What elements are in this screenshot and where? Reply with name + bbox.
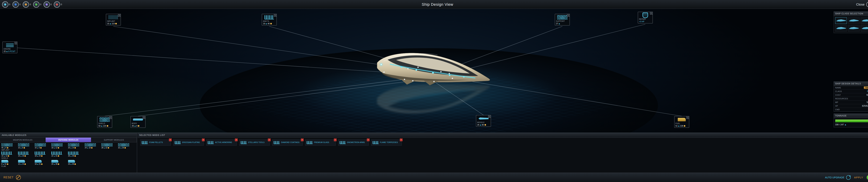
selected-mod-item[interactable]: ACTIVE ARMORING ✕ — [206, 139, 237, 146]
module-cell[interactable]: 810 — [1, 160, 17, 165]
close-icon[interactable]: ✕ — [866, 2, 868, 7]
ship-class-thumb[interactable] — [835, 17, 847, 24]
ship-silhouette-icon — [836, 26, 846, 30]
remove-mod-icon[interactable]: ✕ — [268, 139, 271, 141]
detail-row-cmd: CMD 3 — [834, 108, 868, 111]
module-cell[interactable]: 2014 — [68, 143, 83, 149]
ship-class-thumb[interactable] — [835, 25, 847, 32]
module-cell[interactable]: 159 — [35, 143, 50, 149]
remove-mod-icon[interactable]: ✕ — [235, 139, 238, 141]
remove-mod-icon[interactable]: ✕ — [301, 139, 304, 141]
module-slot-body[interactable]: i BODY 25 0 — [130, 116, 146, 128]
tab-weapon-modules[interactable]: WEAPON MODULES — [0, 138, 45, 142]
tab-defense-modules[interactable]: DEFENSE MODULES — [45, 138, 91, 142]
slot-label: SHIELD — [98, 122, 111, 124]
slot-info-icon[interactable]: i — [14, 42, 18, 44]
module-slot-engine[interactable]: i ENGINE 22 9 PCS/T — [2, 42, 18, 53]
module-slot-fuel[interactable]: i FUEL 51 128 — [674, 116, 689, 128]
module-slot-implant[interactable]: i IMPLANT 15 119 — [106, 14, 121, 26]
module-cell[interactable]: 3226 — [118, 143, 133, 149]
mod-icon — [175, 141, 181, 144]
reset-button[interactable]: RESET — [3, 175, 21, 180]
ship-class-thumb[interactable] — [861, 25, 868, 32]
detail-row-name: NAME TINK 2 — [834, 86, 868, 89]
module-cell[interactable]: 1621 — [35, 160, 50, 165]
resource-fleet[interactable]: 0 — [43, 1, 52, 8]
ship-class-thumb[interactable] — [861, 17, 868, 24]
module-cell[interactable]: 1824 — [35, 151, 50, 157]
remove-mod-icon[interactable]: ✕ — [400, 139, 403, 141]
support-module-icon — [557, 15, 567, 20]
resource-exploration[interactable]: 0 — [33, 1, 41, 8]
selected-mod-item[interactable]: GNOMOTRON ARMS ✕ — [338, 139, 369, 146]
module-slot-ankts[interactable]: i ANKTS 19 40 — [262, 14, 277, 26]
confirm-check-icon[interactable]: ✓ — [867, 175, 868, 180]
remove-mod-icon[interactable]: ✕ — [367, 139, 370, 141]
ship-class-thumb[interactable] — [848, 25, 860, 32]
available-modules-header: AVAILABLE MODULES — [0, 133, 137, 138]
slot-info-icon[interactable]: i — [686, 116, 689, 119]
close-button[interactable]: Close ✕ — [856, 0, 868, 9]
module-cell[interactable]: 2231 — [51, 151, 67, 157]
resource-count: 0 — [9, 3, 10, 6]
auto-upgrade-button[interactable]: AUTO UPGRADE — [825, 175, 850, 180]
selected-mod-item[interactable]: ERGOSIAN PLATING ✕ — [173, 139, 204, 146]
module-cell[interactable]: 2639 — [68, 151, 83, 157]
module-icon — [68, 151, 79, 155]
module-group-label: IMPLANT — [1, 149, 135, 151]
remove-mod-icon[interactable]: ✕ — [169, 139, 172, 141]
slot-info-icon[interactable]: i — [274, 14, 277, 16]
module-cell[interactable]: 2436 — [68, 160, 83, 165]
slot-info-icon[interactable]: i — [488, 115, 491, 118]
module-slot-shield[interactable]: i SHIELD 50 120 — [97, 116, 112, 128]
fuel-module-icon — [678, 118, 686, 121]
slot-info-icon[interactable]: i — [143, 116, 146, 119]
mod-name: ERGOSIAN PLATING — [182, 141, 200, 144]
slot-label: MISSILE — [477, 121, 490, 123]
tab-support-modules[interactable]: SUPPORT MODULES — [91, 138, 137, 142]
selected-mod-item[interactable]: DIAMOND COATINGS ✕ — [272, 139, 303, 146]
module-icon — [35, 151, 45, 155]
module-cell[interactable]: 2822 — [101, 143, 117, 149]
selected-mod-item[interactable]: STELLARIS TOOLS ✕ — [239, 139, 270, 146]
resource-race[interactable]: 0 — [2, 1, 10, 8]
slot-info-icon[interactable]: i — [118, 14, 121, 16]
ship-name-field[interactable]: TINK 2 — [864, 86, 868, 89]
module-cell[interactable]: 456 — [1, 143, 17, 149]
module-slot-repair[interactable]: i REPAIR +0 HP — [638, 12, 653, 24]
slot-stats: 15 119 — [107, 23, 120, 25]
selected-mod-item[interactable]: FLAME TORPEDOES ✕ — [371, 139, 402, 146]
module-cell[interactable]: 1215 — [18, 160, 33, 165]
apply-button[interactable]: APPLY — [854, 176, 863, 179]
module-cell[interactable]: 2418 — [85, 143, 100, 149]
slot-info-icon[interactable]: i — [110, 116, 112, 119]
resource-science[interactable]: 0 — [23, 1, 31, 8]
slot-info-icon[interactable]: i — [567, 14, 570, 16]
detail-row-hp: HP 825/825 — [834, 104, 868, 108]
module-cell[interactable]: 1418 — [18, 151, 33, 157]
module-cell[interactable]: 1812 — [51, 143, 67, 149]
remove-mod-icon[interactable]: ✕ — [202, 139, 205, 141]
module-icon — [85, 143, 96, 146]
selected-mod-item[interactable]: FOAM PELLETS ✕ — [140, 139, 171, 146]
module-icon — [1, 151, 12, 155]
cost-icon — [138, 125, 140, 127]
tonnage-bar — [835, 119, 868, 122]
ship-class-thumb[interactable] — [848, 17, 860, 24]
refresh-icon — [846, 175, 850, 180]
slot-info-icon[interactable]: i — [650, 12, 653, 14]
module-cell[interactable]: 1013 — [1, 151, 17, 157]
mod-icon — [373, 141, 379, 144]
module-slot-missile[interactable]: i MISSILE 25 80 — [476, 115, 491, 127]
module-icon — [51, 143, 62, 146]
mod-icon — [208, 141, 214, 144]
module-cell[interactable]: 108 — [18, 143, 33, 149]
module-icon — [35, 160, 42, 163]
remove-mod-icon[interactable]: ✕ — [334, 139, 337, 141]
module-cell[interactable]: 2028 — [51, 160, 67, 165]
resource-population[interactable]: 0 — [12, 1, 21, 8]
module-slot-support[interactable]: i SUPPORT 27 — [555, 14, 570, 26]
selected-mod-item[interactable]: PREMIUM GLASS ✕ — [305, 139, 336, 146]
mod-icon — [340, 141, 346, 144]
resource-alerts[interactable]: 0 — [54, 1, 62, 8]
